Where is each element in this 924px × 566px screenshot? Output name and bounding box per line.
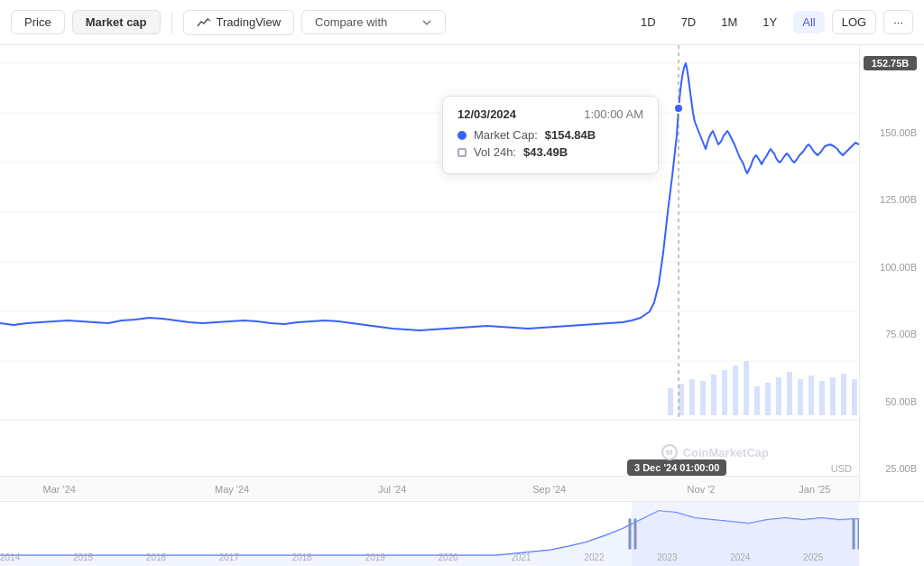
mini-x-2019: 2019 [365, 552, 385, 562]
log-button[interactable]: LOG [832, 10, 876, 34]
time-1d-button[interactable]: 1D [632, 11, 665, 33]
svg-rect-15 [754, 386, 760, 415]
time-1m-button[interactable]: 1M [712, 11, 746, 33]
more-button[interactable]: ··· [883, 10, 913, 34]
tooltip-market-cap-dot [457, 131, 467, 140]
svg-rect-13 [733, 366, 738, 415]
watermark-text: CoinMarketCap [683, 446, 769, 459]
time-all-button[interactable]: All [793, 11, 824, 33]
tooltip-market-cap-label: Market Cap: [474, 128, 538, 142]
watermark: M CoinMarketCap [661, 444, 769, 460]
svg-rect-11 [711, 375, 716, 415]
svg-point-26 [674, 104, 683, 113]
x-label-may24: May '24 [215, 484, 249, 495]
y-label-125: 125.00B [864, 194, 917, 205]
tradingview-icon [197, 15, 211, 30]
tooltip-vol-value: $43.49B [523, 145, 568, 159]
svg-rect-19 [798, 379, 803, 415]
compare-with-label: Compare with [315, 15, 387, 29]
svg-rect-14 [744, 361, 749, 415]
toolbar-separator [171, 12, 172, 33]
mini-chart-container: 2014 2015 2016 2017 2018 2019 2020 2021 … [0, 501, 924, 566]
mini-x-2015: 2015 [73, 552, 93, 562]
svg-rect-12 [722, 370, 727, 415]
x-label-mar24: Mar '24 [43, 484, 76, 495]
svg-rect-16 [765, 383, 771, 415]
x-label-nov24: Nov '2 [688, 484, 716, 495]
tooltip-time: 1:00:00 AM [584, 107, 643, 121]
y-label-150: 150.00B [864, 127, 917, 138]
mini-x-axis: 2014 2015 2016 2017 2018 2019 2020 2021 … [0, 548, 859, 566]
mini-x-2024: 2024 [730, 552, 750, 562]
y-current-value: 152.75B [864, 56, 917, 70]
mini-x-2025: 2025 [803, 552, 823, 562]
svg-rect-18 [787, 372, 792, 415]
chart-tooltip: 12/03/2024 1:00:00 AM Market Cap: $154.8… [442, 96, 659, 174]
compare-with-button[interactable]: Compare with [301, 10, 446, 34]
trading-view-button[interactable]: TradingView [183, 10, 295, 35]
tooltip-vol-row: Vol 24h: $43.49B [457, 145, 643, 159]
mini-x-2023: 2023 [657, 552, 677, 562]
y-label-100: 100.00B [864, 262, 917, 273]
tooltip-header: 12/03/2024 1:00:00 AM [457, 107, 643, 121]
y-label-25: 25.00B [864, 463, 917, 474]
x-axis: Mar '24 May '24 Jul '24 Sep '24 Nov '2 J… [0, 476, 859, 501]
chart-container: Price Market cap TradingView Compare wit… [0, 0, 924, 566]
svg-rect-10 [700, 381, 706, 415]
mini-x-2017: 2017 [219, 552, 239, 562]
time-1y-button[interactable]: 1Y [753, 11, 786, 33]
svg-rect-21 [819, 381, 825, 415]
svg-rect-22 [830, 377, 836, 415]
tooltip-date: 12/03/2024 [457, 107, 516, 121]
main-chart-svg [0, 45, 859, 433]
tooltip-market-cap-row: Market Cap: $154.84B [457, 128, 643, 142]
main-chart-area: Mar '24 May '24 Jul '24 Sep '24 Nov '2 J… [0, 45, 859, 501]
time-7d-button[interactable]: 7D [672, 11, 706, 33]
coinmarketcap-icon: M [661, 444, 678, 460]
mini-y-axis [859, 502, 924, 566]
chart-main: Mar '24 May '24 Jul '24 Sep '24 Nov '2 J… [0, 45, 924, 501]
toolbar: Price Market cap TradingView Compare wit… [0, 0, 924, 45]
cursor-x-label: 3 Dec '24 01:00:00 [627, 459, 726, 476]
mini-x-2016: 2016 [146, 552, 166, 562]
market-cap-tab[interactable]: Market cap [72, 10, 161, 34]
svg-rect-7 [668, 388, 673, 415]
x-label-jul24: Jul '24 [378, 484, 406, 495]
y-label-50: 50.00B [864, 396, 917, 407]
tooltip-vol-icon [457, 148, 467, 157]
svg-rect-23 [841, 374, 846, 415]
chevron-down-icon [421, 17, 432, 28]
x-label-sep24: Sep '24 [532, 484, 566, 495]
svg-rect-20 [808, 376, 814, 415]
y-label-75: 75.00B [864, 329, 917, 339]
usd-label: USD [831, 463, 852, 474]
x-label-jan25: Jan '25 [799, 484, 830, 495]
svg-rect-8 [679, 384, 684, 415]
mini-x-2018: 2018 [292, 552, 312, 562]
svg-rect-9 [689, 379, 695, 415]
y-axis: 152.75B 150.00B 125.00B 100.00B 75.00B 5… [859, 45, 924, 501]
mini-x-2021: 2021 [511, 552, 531, 562]
tooltip-vol-label: Vol 24h: [474, 145, 516, 159]
tooltip-market-cap-value: $154.84B [545, 128, 596, 142]
price-tab[interactable]: Price [11, 10, 65, 34]
svg-rect-17 [776, 377, 781, 415]
mini-x-2014: 2014 [0, 552, 20, 562]
mini-x-2020: 2020 [439, 552, 458, 562]
svg-rect-24 [852, 379, 857, 415]
trading-view-label: TradingView [217, 15, 282, 29]
mini-chart-area: 2014 2015 2016 2017 2018 2019 2020 2021 … [0, 502, 859, 566]
mini-x-2022: 2022 [584, 552, 604, 562]
